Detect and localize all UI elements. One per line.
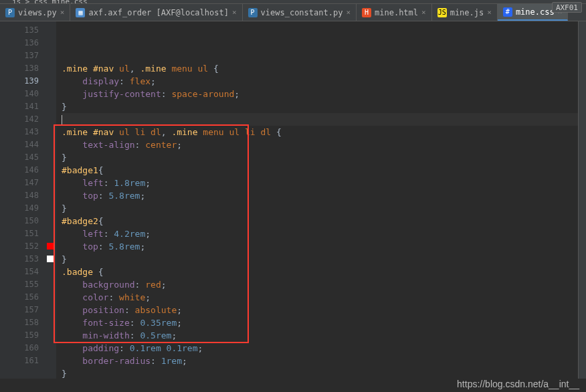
code-line[interactable]: min-width: 0.5rem; — [62, 329, 578, 342]
editor-tabs: Pviews.py×▦axf.axf_order [AXF@localhost]… — [0, 4, 586, 21]
tab-axf-axf-order-axf-localhost-[interactable]: ▦axf.axf_order [AXF@localhost]× — [70, 4, 242, 21]
code-line[interactable]: left: 4.2rem; — [62, 227, 578, 240]
line-number: 138 — [11, 62, 39, 75]
line-number: 142 — [11, 113, 39, 126]
code-line[interactable]: font-size: 0.35rem; — [62, 316, 578, 329]
line-number: 153 — [11, 253, 39, 266]
color-swatch-icon[interactable] — [47, 256, 54, 262]
code-line[interactable]: } — [62, 100, 578, 113]
tab-label: views_constant.py — [261, 8, 343, 17]
line-number: 141 — [11, 100, 39, 113]
line-number: 152 — [11, 240, 39, 253]
code-line[interactable]: color: white; — [62, 291, 578, 304]
tab-views-constant-py[interactable]: Pviews_constant.py× — [243, 4, 357, 21]
code-line[interactable]: justify-content: space-around; — [62, 88, 578, 100]
tab-label: mine.html — [375, 8, 418, 17]
line-number: 158 — [11, 316, 39, 329]
code-line[interactable]: top: 5.8rem; — [62, 240, 578, 253]
line-number: 156 — [11, 291, 39, 304]
line-number: 146 — [11, 164, 39, 177]
line-number: 159 — [11, 329, 39, 342]
line-number: 144 — [11, 138, 39, 151]
py-file-icon: P — [248, 8, 258, 17]
code-line[interactable]: display: flex; — [62, 75, 578, 88]
code-line[interactable]: #badge1{ — [62, 164, 578, 177]
left-margin — [0, 21, 11, 379]
line-number: 147 — [11, 177, 39, 189]
close-icon[interactable]: × — [60, 8, 65, 17]
watermark: https://blog.csdn.net/a__int__ — [457, 379, 579, 389]
code-line[interactable]: .mine #nav ul, .mine menu ul { — [62, 62, 578, 75]
line-number: 135 — [11, 24, 39, 37]
code-line[interactable]: border-radius: 1rem; — [62, 355, 578, 367]
line-number: 145 — [11, 151, 39, 164]
line-number: 160 — [11, 342, 39, 355]
css-file-icon: # — [503, 7, 512, 17]
project-badge: AXF01 — [552, 2, 582, 13]
code-line[interactable]: background: red; — [62, 278, 578, 291]
tab-label: mine.css — [516, 7, 555, 17]
line-number: 136 — [11, 37, 39, 50]
line-number: 148 — [11, 189, 39, 202]
close-icon[interactable]: × — [346, 8, 351, 17]
tab-mine-js[interactable]: JSmine.js× — [432, 4, 498, 21]
line-number: 161 — [11, 355, 39, 367]
line-number: 137 — [11, 50, 39, 62]
code-line[interactable]: .badge { — [62, 266, 578, 278]
code-line[interactable] — [62, 113, 578, 126]
line-number: 150 — [11, 215, 39, 227]
tab-mine-html[interactable]: Hmine.html× — [357, 4, 432, 21]
close-icon[interactable]: × — [232, 8, 237, 17]
code-line[interactable]: top: 5.8rem; — [62, 189, 578, 202]
line-number: 140 — [11, 88, 39, 100]
code-line[interactable]: } — [62, 202, 578, 215]
line-number: 139 — [11, 75, 39, 88]
line-number: 143 — [11, 126, 39, 138]
code-line[interactable]: padding: 0.1rem 0.1rem; — [62, 342, 578, 355]
code-line[interactable]: } — [62, 151, 578, 164]
html-file-icon: H — [362, 8, 371, 17]
editor: 1351361371381391401411421431441451461471… — [0, 21, 586, 379]
code-area[interactable]: .mine #nav ul, .mine menu ul { display: … — [56, 21, 578, 379]
code-line[interactable]: } — [62, 253, 578, 266]
line-number: 149 — [11, 202, 39, 215]
db-file-icon: ▦ — [76, 8, 85, 17]
close-icon[interactable]: × — [421, 8, 426, 17]
code-line[interactable]: .mine #nav ul li dl, .mine menu ul li dl… — [62, 126, 578, 138]
line-number-gutter: 1351361371381391401411421431441451461471… — [11, 21, 44, 379]
code-line[interactable]: #badge2{ — [62, 215, 578, 227]
line-number: 151 — [11, 227, 39, 240]
code-line[interactable]: left: 1.8rem; — [62, 177, 578, 189]
tab-label: mine.js — [450, 8, 484, 17]
line-number: 155 — [11, 278, 39, 291]
tab-label: axf.axf_order [AXF@localhost] — [88, 8, 229, 17]
color-swatch-icon[interactable] — [47, 243, 54, 250]
line-number: 154 — [11, 266, 39, 278]
scrollbar[interactable] — [578, 21, 586, 379]
code-line[interactable]: text-align: center; — [62, 138, 578, 151]
tab-label: views.py — [18, 8, 57, 17]
js-file-icon: JS — [437, 8, 447, 17]
code-line[interactable]: position: absolute; — [62, 304, 578, 316]
tab-views-py[interactable]: Pviews.py× — [0, 4, 70, 21]
line-number: 157 — [11, 304, 39, 316]
py-file-icon: P — [5, 8, 15, 17]
gutter-marks — [44, 21, 56, 379]
close-icon[interactable]: × — [487, 8, 492, 17]
